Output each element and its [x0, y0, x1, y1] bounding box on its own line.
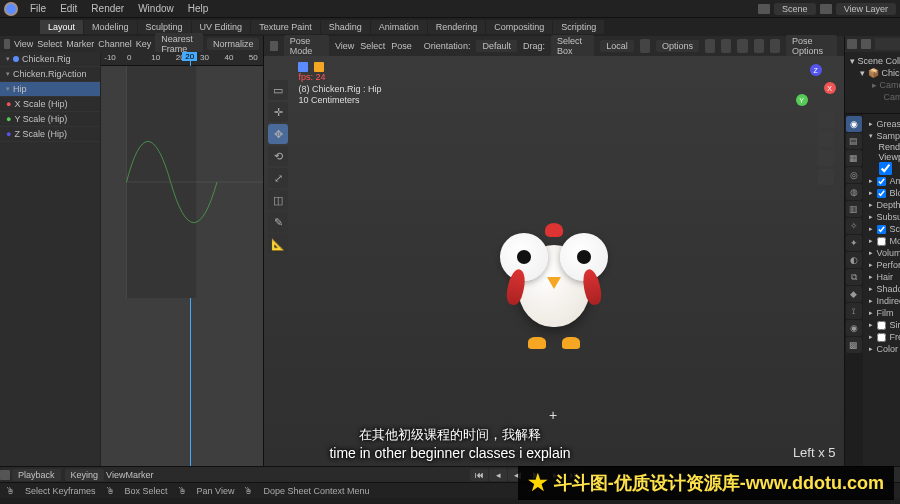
- outliner-icon[interactable]: [847, 39, 857, 49]
- tab-physics-icon[interactable]: ◐: [846, 252, 862, 268]
- panel-sss[interactable]: ▸Subsurface Scattering: [867, 211, 900, 223]
- tool-select[interactable]: ▭: [268, 80, 288, 100]
- ol-cam[interactable]: Cam: [848, 91, 900, 103]
- channel-zscale[interactable]: ●Z Scale (Hip): [0, 127, 100, 142]
- panel-sampling[interactable]: ▾Sampling: [867, 130, 900, 142]
- nav-gizmo[interactable]: Z X Y: [792, 62, 838, 108]
- play-reverse-icon[interactable]: ◀: [508, 469, 526, 481]
- overlay-icon[interactable]: [705, 39, 715, 53]
- panel-ao[interactable]: ▸Ambient Occlusion: [867, 175, 900, 187]
- menu-render[interactable]: Render: [85, 1, 130, 16]
- tab-shading[interactable]: Shading: [321, 20, 370, 34]
- shading-matprev-icon[interactable]: [754, 39, 764, 53]
- graph-menu-key[interactable]: Key: [136, 39, 152, 49]
- viewlayer-selector[interactable]: View Layer: [836, 3, 896, 15]
- timeline-icon[interactable]: [0, 470, 10, 480]
- axis-y-icon[interactable]: Y: [796, 94, 808, 106]
- tab-texpaint[interactable]: Texture Paint: [251, 20, 320, 34]
- axis-z-icon[interactable]: Z: [810, 64, 822, 76]
- tab-compositing[interactable]: Compositing: [486, 20, 552, 34]
- menu-window[interactable]: Window: [132, 1, 180, 16]
- graph-menu-select[interactable]: Select: [37, 39, 62, 49]
- channel-action[interactable]: ▾Chicken.RigAction: [0, 67, 100, 82]
- panel-performance[interactable]: ▸Performance: [867, 259, 900, 271]
- vp-menu-pose[interactable]: Pose: [391, 41, 412, 51]
- graph-editor-icon[interactable]: [4, 39, 10, 49]
- tab-layout[interactable]: Layout: [40, 20, 83, 34]
- panel-indirect[interactable]: ▸Indirect Lighting: [867, 295, 900, 307]
- channel-rig[interactable]: ▾Chicken.Rig: [0, 52, 100, 67]
- camera-icon[interactable]: [818, 150, 834, 166]
- normalize-toggle[interactable]: Normalize: [207, 38, 260, 50]
- persp-icon[interactable]: [818, 169, 834, 185]
- orientation-dropdown[interactable]: Default: [476, 40, 517, 52]
- menu-edit[interactable]: Edit: [54, 1, 83, 16]
- tab-data-icon[interactable]: ◆: [846, 286, 862, 302]
- shading-wire-icon[interactable]: [721, 39, 731, 53]
- panel-hair[interactable]: ▸Hair: [867, 271, 900, 283]
- tab-particles-icon[interactable]: ✦: [846, 235, 862, 251]
- channel-yscale[interactable]: ●Y Scale (Hip): [0, 112, 100, 127]
- tool-measure[interactable]: 📐: [268, 234, 288, 254]
- tab-render-icon[interactable]: ◉: [846, 116, 862, 132]
- panel-shadows[interactable]: ▸Shadows: [867, 283, 900, 295]
- vp-menu-view[interactable]: View: [335, 41, 354, 51]
- tl-marker[interactable]: Marker: [125, 470, 153, 480]
- tool-scale[interactable]: ⤢: [268, 168, 288, 188]
- tab-scripting[interactable]: Scripting: [553, 20, 604, 34]
- tab-texture-icon[interactable]: ▩: [846, 337, 862, 353]
- tab-output-icon[interactable]: ▤: [846, 133, 862, 149]
- viewport-3d[interactable]: ▭ ✛ ✥ ⟲ ⤢ ◫ ✎ 📐 fps: 24 (8) Chicken.Rig …: [264, 56, 843, 466]
- menu-file[interactable]: File: [24, 1, 52, 16]
- tool-cursor[interactable]: ✛: [268, 102, 288, 122]
- graph-menu-view[interactable]: View: [14, 39, 33, 49]
- next-key-icon[interactable]: ▸: [546, 469, 564, 481]
- play-icon[interactable]: ▶: [527, 469, 545, 481]
- prev-key-icon[interactable]: ◂: [489, 469, 507, 481]
- tool-annotate[interactable]: ✎: [268, 212, 288, 232]
- pivot-dropdown[interactable]: Local: [600, 40, 634, 52]
- ol-camera[interactable]: ▸Camera: [848, 79, 900, 91]
- tab-scene-icon[interactable]: ◎: [846, 167, 862, 183]
- outliner-search[interactable]: [875, 38, 900, 50]
- tab-material-icon[interactable]: ◉: [846, 320, 862, 336]
- panel-bloom[interactable]: ▸Bloom: [867, 187, 900, 199]
- graph-menu-channel[interactable]: Channel: [98, 39, 132, 49]
- sampling-render[interactable]: Render32: [867, 142, 900, 152]
- graph-canvas[interactable]: -10 0 10 20 30 40 50: [100, 52, 263, 466]
- tab-animation[interactable]: Animation: [371, 20, 427, 34]
- tool-move[interactable]: ✥: [268, 124, 288, 144]
- zoom-icon[interactable]: [818, 112, 834, 128]
- tl-view[interactable]: View: [106, 470, 125, 480]
- panel-simplify[interactable]: ▸Simplify: [867, 319, 900, 331]
- tab-sculpting[interactable]: Sculpting: [138, 20, 191, 34]
- menu-help[interactable]: Help: [182, 1, 215, 16]
- mode-selector[interactable]: Pose Mode: [284, 35, 329, 57]
- drag-dropdown[interactable]: Select Box: [551, 35, 594, 57]
- panel-volumetrics[interactable]: ▸Volumetrics: [867, 247, 900, 259]
- ol-scene-collection[interactable]: ▾Scene Collection: [848, 55, 900, 67]
- viewport-denoising[interactable]: Viewport Denoising: [867, 162, 900, 175]
- tab-viewlayer-icon[interactable]: ▦: [846, 150, 862, 166]
- ol-chicken[interactable]: ▾📦Chicken: [848, 67, 900, 79]
- panel-ssr[interactable]: ▸Screen Space Reflections: [867, 223, 900, 235]
- channel-xscale[interactable]: ●X Scale (Hip): [0, 97, 100, 112]
- panel-colormgmt[interactable]: ▸Color Management: [867, 343, 900, 355]
- tool-rotate[interactable]: ⟲: [268, 146, 288, 166]
- tab-world-icon[interactable]: ◍: [846, 184, 862, 200]
- tab-uv[interactable]: UV Editing: [192, 20, 251, 34]
- channel-hip[interactable]: ▾Hip: [0, 82, 100, 97]
- panel-motionblur[interactable]: ▸Motion Blur: [867, 235, 900, 247]
- tab-bone-icon[interactable]: ⟟: [846, 303, 862, 319]
- tab-rendering[interactable]: Rendering: [428, 20, 486, 34]
- panel-freestyle[interactable]: ▸Freestyle: [867, 331, 900, 343]
- axis-x-icon[interactable]: X: [824, 82, 836, 94]
- pan-icon[interactable]: [818, 131, 834, 147]
- snap-icon[interactable]: [640, 39, 650, 53]
- panel-film[interactable]: ▸Film: [867, 307, 900, 319]
- tool-transform[interactable]: ◫: [268, 190, 288, 210]
- jump-end-icon[interactable]: ⏭: [565, 469, 583, 481]
- tab-modifier-icon[interactable]: ✧: [846, 218, 862, 234]
- panel-grease-pencil[interactable]: ▸Grease Pencil: [867, 118, 900, 130]
- editor-type-icon[interactable]: [270, 41, 277, 51]
